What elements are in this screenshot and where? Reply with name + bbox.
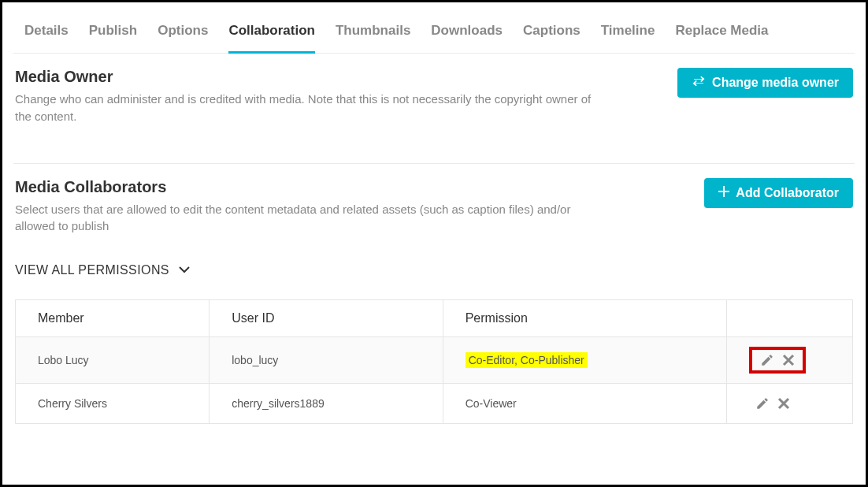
cell-permission: Co-Viewer [443, 384, 726, 424]
add-collaborator-label: Add Collaborator [736, 186, 839, 200]
tab-replace-media[interactable]: Replace Media [675, 23, 768, 54]
tabs-bar: Details Publish Options Collaboration Th… [13, 9, 855, 54]
close-icon[interactable] [782, 354, 795, 366]
cell-member: Lobo Lucy [16, 337, 210, 384]
row-actions [749, 393, 796, 414]
row-actions [749, 347, 806, 374]
collaborators-table: Member User ID Permission Lobo Lucy lobo… [15, 299, 853, 424]
change-media-owner-label: Change media owner [712, 76, 839, 90]
tab-thumbnails[interactable]: Thumbnails [336, 23, 410, 54]
chevron-down-icon [179, 263, 190, 277]
tab-collaboration[interactable]: Collaboration [228, 23, 315, 54]
table-row: Lobo Lucy lobo_lucy Co-Editor, Co-Publis… [16, 337, 853, 384]
table-row: Cherry Silvers cherry_silvers1889 Co-Vie… [16, 384, 853, 424]
view-all-permissions-toggle[interactable]: VIEW ALL PERMISSIONS [15, 263, 190, 277]
tab-publish[interactable]: Publish [89, 23, 137, 54]
media-owner-desc: Change who can administer and is credite… [15, 91, 598, 125]
tab-details[interactable]: Details [24, 23, 69, 54]
col-actions [727, 300, 853, 337]
permission-label: Co-Editor, Co-Publisher [466, 352, 588, 368]
media-owner-section: Media Owner Change who can administer an… [13, 54, 855, 125]
plus-icon [718, 186, 729, 200]
col-userid: User ID [210, 300, 443, 337]
col-member: Member [16, 300, 210, 337]
media-collaborators-desc: Select users that are allowed to edit th… [15, 201, 598, 236]
tab-downloads[interactable]: Downloads [431, 23, 503, 54]
cell-userid: cherry_silvers1889 [210, 384, 443, 424]
col-permission: Permission [443, 300, 726, 337]
tab-captions[interactable]: Captions [523, 23, 581, 54]
close-icon[interactable] [777, 397, 790, 410]
edit-icon[interactable] [760, 353, 774, 367]
add-collaborator-button[interactable]: Add Collaborator [704, 178, 853, 208]
cell-permission: Co-Editor, Co-Publisher [443, 337, 726, 384]
tab-timeline[interactable]: Timeline [601, 23, 655, 54]
tab-options[interactable]: Options [158, 23, 208, 54]
media-owner-title: Media Owner [15, 68, 598, 86]
cell-member: Cherry Silvers [16, 384, 210, 424]
view-all-permissions-label: VIEW ALL PERMISSIONS [15, 263, 169, 277]
media-collaborators-section: Media Collaborators Select users that ar… [13, 164, 855, 425]
edit-icon[interactable] [755, 396, 770, 411]
change-media-owner-button[interactable]: Change media owner [677, 68, 853, 98]
cell-userid: lobo_lucy [210, 337, 443, 384]
media-collaborators-title: Media Collaborators [15, 178, 598, 196]
swap-icon [692, 76, 706, 90]
